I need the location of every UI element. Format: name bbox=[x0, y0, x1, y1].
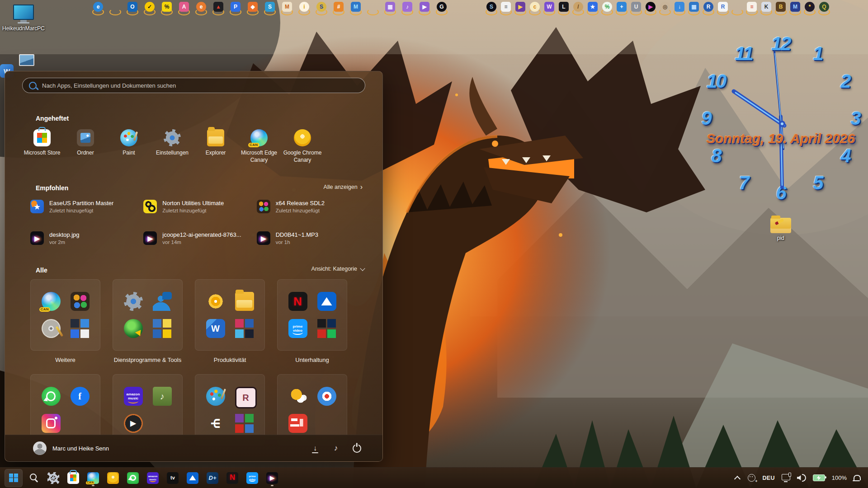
desktop-shortcut-icon[interactable] bbox=[385, 2, 396, 15]
taskbar-item[interactable] bbox=[64, 469, 82, 487]
desktop-shortcut-icon[interactable] bbox=[761, 2, 772, 15]
tray-battery-button[interactable] bbox=[813, 473, 825, 483]
desktop-shortcut-icon[interactable] bbox=[775, 2, 786, 15]
desktop-shortcut-icon[interactable] bbox=[573, 2, 584, 15]
taskbar-item[interactable] bbox=[164, 469, 182, 487]
desktop-shortcut-icon[interactable] bbox=[368, 2, 378, 15]
desktop-shortcut-icon[interactable] bbox=[587, 2, 598, 15]
power-button[interactable] bbox=[352, 443, 362, 453]
clock-date-text: Sonntag, 19. April 2026 bbox=[707, 131, 855, 146]
all-apps-section-title: Alle bbox=[36, 267, 47, 274]
recommended-item[interactable]: x64 Release SDL2 Zuletzt hinzugefügt bbox=[257, 200, 367, 213]
desktop-shortcut-icon[interactable] bbox=[804, 2, 815, 15]
language-indicator[interactable]: DEU bbox=[762, 473, 774, 483]
desktop-shortcut-icon[interactable] bbox=[529, 2, 540, 15]
taskbar-item[interactable] bbox=[24, 469, 42, 487]
pinned-app[interactable]: Paint bbox=[107, 129, 151, 164]
taskbar-item[interactable] bbox=[104, 469, 122, 487]
taskbar-item[interactable] bbox=[5, 469, 23, 487]
category-tile-unterhaltung[interactable]: Unterhaltung bbox=[277, 279, 347, 351]
desktop-shortcut-icon[interactable] bbox=[247, 2, 258, 15]
search-input[interactable] bbox=[41, 82, 359, 89]
start-search-box[interactable] bbox=[22, 78, 365, 93]
desktop-shortcut-icon[interactable] bbox=[402, 2, 413, 15]
desktop-shortcut-icon[interactable] bbox=[316, 2, 327, 15]
desktop-shortcut-icon[interactable] bbox=[299, 2, 310, 15]
taskbar-item[interactable] bbox=[84, 469, 102, 487]
taskbar-item[interactable] bbox=[243, 469, 261, 487]
downloads-button[interactable]: ↓ bbox=[310, 443, 320, 453]
pinned-app[interactable]: Google Chrome Canary bbox=[281, 129, 324, 164]
category-tile-dienstprogramme[interactable]: Dienstprogramme & Tools bbox=[113, 279, 183, 351]
image-file-desktop-icon[interactable] bbox=[19, 54, 34, 66]
pinned-app[interactable]: Explorer bbox=[194, 129, 237, 164]
tray-notifications-button[interactable] bbox=[854, 473, 861, 483]
recommended-item[interactable]: EaseUS Partition Master Zuletzt hinzugef… bbox=[30, 200, 141, 213]
desktop-shortcut-icon[interactable] bbox=[264, 2, 275, 15]
category-tile-produktivitaet[interactable]: Produktivität bbox=[195, 279, 265, 351]
recommended-item[interactable]: jcoope12-ai-generated-8763... vor 14m bbox=[143, 231, 254, 245]
taskbar-item[interactable] bbox=[44, 469, 62, 487]
desktop-shortcut-icon[interactable] bbox=[558, 2, 569, 15]
tray-emoji-button[interactable] bbox=[748, 473, 755, 483]
recommended-item[interactable]: DD0B41~1.MP3 vor 1h bbox=[257, 231, 367, 245]
pinned-app[interactable]: Einstellungen bbox=[151, 129, 194, 164]
recommended-item[interactable]: desktop.jpg vor 2m bbox=[30, 231, 141, 245]
taskbar-item[interactable] bbox=[203, 469, 222, 487]
desktop-shortcut-icon[interactable] bbox=[110, 2, 121, 15]
desktop-shortcut-icon[interactable] bbox=[93, 2, 104, 15]
desktop-shortcut-icon[interactable] bbox=[746, 2, 757, 15]
desktop-shortcut-icon[interactable] bbox=[161, 2, 172, 15]
pid-folder-desktop-icon[interactable]: pid bbox=[765, 218, 797, 241]
desktop-shortcut-icon[interactable] bbox=[350, 2, 361, 15]
user-avatar[interactable] bbox=[33, 441, 47, 455]
pinned-app[interactable]: Ordner bbox=[64, 129, 107, 164]
desktop-shortcut-icon[interactable] bbox=[790, 2, 801, 15]
category-label: Unterhaltung bbox=[278, 357, 347, 363]
desktop-shortcut-icon[interactable] bbox=[819, 2, 830, 15]
taskbar-item[interactable] bbox=[144, 469, 162, 487]
desktop-shortcut-icon[interactable] bbox=[196, 2, 207, 15]
recommended-item[interactable]: Norton Utilities Ultimate Zuletzt hinzug… bbox=[143, 200, 254, 213]
tray-volume-button[interactable] bbox=[797, 473, 806, 483]
taskbar-item[interactable] bbox=[263, 469, 281, 487]
taskbar-item[interactable] bbox=[223, 469, 241, 487]
desktop-shortcut-icon[interactable] bbox=[602, 2, 613, 15]
desktop-shortcut-icon[interactable] bbox=[616, 2, 627, 15]
category-label: Weitere bbox=[31, 357, 100, 363]
desktop-shortcut-icon[interactable] bbox=[144, 2, 155, 15]
user-name[interactable]: Marc und Heike Senn bbox=[52, 445, 109, 452]
pinned-app[interactable]: Microsoft Edge Canary bbox=[237, 129, 281, 164]
view-category-toggle[interactable]: Ansicht: Kategorie bbox=[311, 266, 364, 272]
desktop-shortcut-icon[interactable] bbox=[717, 2, 728, 15]
desktop-shortcut-icon[interactable] bbox=[436, 2, 447, 15]
desktop-shortcut-icon[interactable] bbox=[230, 2, 241, 15]
desktop-shortcut-icon[interactable] bbox=[486, 2, 497, 15]
taskbar-item[interactable] bbox=[184, 469, 202, 487]
see-all-button[interactable]: Alle anzeigen › bbox=[324, 183, 363, 191]
desktop-shortcut-icon[interactable] bbox=[179, 2, 189, 15]
desktop-shortcut-icon[interactable] bbox=[732, 2, 743, 15]
desktop-shortcut-icon[interactable] bbox=[500, 2, 511, 15]
desktop-shortcut-icon[interactable] bbox=[674, 2, 685, 15]
desktop-shortcut-icon[interactable] bbox=[282, 2, 292, 15]
desktop-shortcut-icon[interactable] bbox=[515, 2, 526, 15]
taskbar-item[interactable] bbox=[124, 469, 142, 487]
desktop-shortcut-icon[interactable] bbox=[544, 2, 555, 15]
pinned-app[interactable]: Microsoft Store bbox=[20, 129, 64, 164]
desktop-shortcut-icon[interactable] bbox=[660, 2, 670, 15]
tray-chevron-up-button[interactable] bbox=[734, 473, 741, 483]
category-tile-weitere[interactable]: Weitere bbox=[30, 279, 100, 351]
music-note-button[interactable]: ♪ bbox=[331, 443, 341, 453]
this-pc-desktop-icon[interactable]: HeikeudnMarcPC bbox=[3, 5, 44, 32]
tray-display-button[interactable] bbox=[782, 473, 790, 483]
desktop-shortcut-icon[interactable] bbox=[333, 2, 344, 15]
desktop: HeikeudnMarcPC W 123456789101112 Sonntag… bbox=[0, 0, 868, 488]
desktop-shortcut-icon[interactable] bbox=[631, 2, 642, 15]
desktop-shortcut-icon[interactable] bbox=[213, 2, 224, 15]
desktop-shortcut-icon[interactable] bbox=[703, 2, 714, 15]
desktop-shortcut-icon[interactable] bbox=[689, 2, 699, 15]
desktop-shortcut-icon[interactable] bbox=[127, 2, 138, 15]
desktop-shortcut-icon[interactable] bbox=[645, 2, 656, 15]
desktop-shortcut-icon[interactable] bbox=[419, 2, 430, 15]
